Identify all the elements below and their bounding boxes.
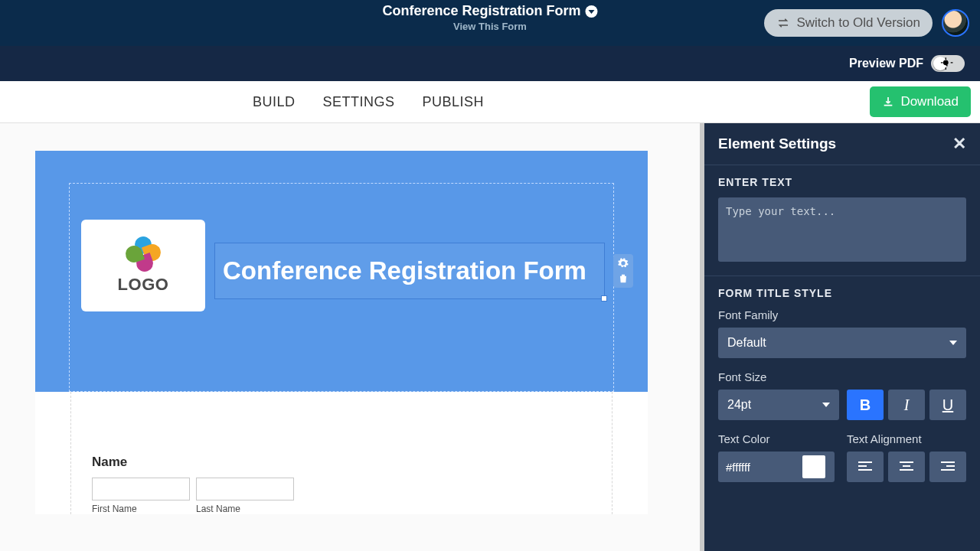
name-field-label: Name: [92, 455, 648, 470]
close-icon[interactable]: ✕: [952, 134, 966, 154]
font-family-label: Font Family: [718, 308, 966, 321]
logo-swirl-icon: [126, 236, 161, 272]
font-family-select[interactable]: Default: [718, 328, 966, 358]
first-name-sublabel: First Name: [92, 504, 190, 514]
preview-pdf-toggle[interactable]: [931, 55, 965, 72]
form-title-style-heading: FORM TITLE STYLE: [718, 287, 966, 299]
tab-build[interactable]: BUILD: [253, 94, 296, 110]
gear-icon[interactable]: [617, 257, 629, 269]
align-center-button[interactable]: [888, 452, 925, 482]
title-dropdown-icon[interactable]: [586, 5, 598, 18]
preview-bar: Preview PDF: [0, 46, 980, 81]
chevron-down-icon: [822, 403, 830, 407]
page-title: Conference Registration Form: [382, 3, 580, 19]
align-right-button[interactable]: [929, 452, 966, 482]
form-title-text: Conference Registration Form: [223, 256, 586, 285]
view-form-link[interactable]: View This Form: [382, 21, 597, 32]
swap-icon: [776, 16, 790, 30]
top-bar: Conference Registration Form View This F…: [0, 0, 980, 46]
panel-heading: Element Settings: [718, 135, 836, 152]
bold-button[interactable]: B: [847, 390, 884, 420]
download-button[interactable]: Download: [870, 86, 971, 117]
first-name-input[interactable]: [92, 478, 190, 500]
last-name-input[interactable]: [196, 478, 294, 500]
underline-button[interactable]: U: [929, 390, 966, 420]
last-name-sublabel: Last Name: [196, 504, 294, 514]
resize-handle[interactable]: [601, 295, 607, 302]
italic-button[interactable]: I: [888, 390, 925, 420]
text-color-hex[interactable]: [718, 461, 802, 474]
text-align-label: Text Alignment: [847, 432, 966, 445]
tab-row: BUILD SETTINGS PUBLISH Download: [0, 81, 980, 123]
logo-text: LOGO: [118, 275, 169, 295]
enter-text-heading: ENTER TEXT: [718, 176, 966, 188]
download-icon: [882, 96, 894, 108]
field-action-bar: [613, 254, 633, 288]
title-text-input[interactable]: [718, 197, 966, 262]
font-size-select[interactable]: 24pt: [718, 390, 839, 420]
header-banner: LOGO Conference Registration Form: [35, 151, 648, 392]
trash-icon[interactable]: [617, 272, 629, 285]
element-settings-panel: Element Settings ✕ ENTER TEXT FORM TITLE…: [704, 123, 980, 551]
switch-version-button[interactable]: Switch to Old Version: [764, 9, 933, 37]
avatar[interactable]: [942, 9, 969, 37]
chevron-down-icon: [949, 341, 957, 345]
font-size-label: Font Size: [718, 370, 966, 383]
text-color-input[interactable]: [718, 452, 835, 482]
logo-block[interactable]: LOGO: [81, 220, 205, 311]
tab-publish[interactable]: PUBLISH: [423, 94, 485, 110]
color-swatch[interactable]: [802, 455, 825, 478]
align-left-button[interactable]: [847, 452, 884, 482]
canvas-area[interactable]: LOGO Conference Registration Form Name: [0, 123, 704, 551]
text-color-label: Text Color: [718, 432, 835, 445]
preview-pdf-label: Preview PDF: [849, 57, 923, 70]
tab-settings[interactable]: SETTINGS: [323, 94, 395, 110]
form-title-field[interactable]: Conference Registration Form: [214, 243, 605, 299]
